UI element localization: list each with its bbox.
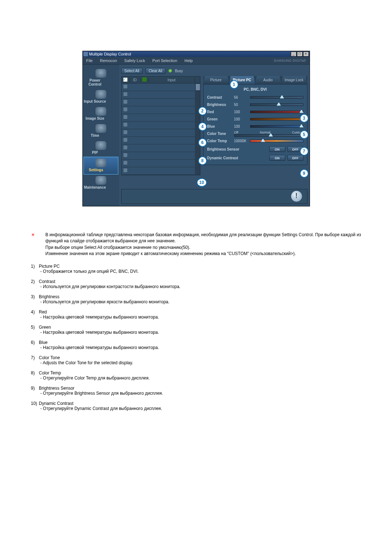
colortone-label: Color Tone: [207, 132, 232, 136]
green-row: Green 100: [207, 115, 303, 123]
menu-help[interactable]: Help: [181, 58, 196, 63]
grid-row[interactable]: [122, 167, 200, 175]
callout-8: 8: [198, 156, 207, 165]
sidebar-input-source[interactable]: Input Source: [83, 89, 119, 106]
grid-row[interactable]: [122, 91, 200, 99]
grid-row[interactable]: [122, 137, 200, 144]
brightness-slider[interactable]: [250, 103, 303, 106]
sidebar-image-size[interactable]: Image Size: [83, 106, 119, 123]
star-icon: ✶: [31, 232, 35, 264]
row-checkbox[interactable]: [123, 153, 128, 157]
colortemp-value: 10000K: [234, 139, 248, 143]
contrast-slider[interactable]: [250, 96, 303, 99]
row-checkbox[interactable]: [123, 84, 128, 89]
clear-all-button[interactable]: Clear All: [146, 68, 166, 74]
sidebar-time[interactable]: Time: [83, 123, 119, 140]
green-slider[interactable]: [250, 118, 303, 120]
status-bar: [121, 189, 307, 204]
explain-item: 10)Dynamic Contrast- Отрегулируйте Dynam…: [31, 401, 361, 411]
menubar: File Remocon Safety Lock Port Selection …: [83, 57, 310, 65]
item-title: Blue: [39, 340, 48, 345]
item-desc: - Настройка цветовой температуры выбранн…: [40, 330, 361, 335]
col-id: ID: [130, 78, 140, 82]
item-desc: - Отрегулируйте Color Temp для выбранног…: [40, 376, 361, 381]
row-checkbox[interactable]: [123, 130, 128, 135]
minimize-button[interactable]: _: [291, 52, 297, 57]
grid-row[interactable]: [122, 129, 200, 137]
app-window: Multiple Display Control _ □ × File Remo…: [82, 51, 310, 206]
callout-7: 7: [300, 147, 309, 156]
menu-safety-lock[interactable]: Safety Lock: [121, 58, 148, 63]
info-icon[interactable]: [291, 191, 302, 202]
menu-port-selection[interactable]: Port Selection: [149, 58, 181, 63]
item-title: Color Temp: [39, 370, 61, 376]
menu-file[interactable]: File: [83, 58, 97, 63]
row-checkbox[interactable]: [123, 145, 128, 150]
menu-remocon[interactable]: Remocon: [96, 58, 121, 63]
row-checkbox[interactable]: [123, 160, 128, 165]
colortemp-row: Color Temp 10000K: [207, 137, 303, 144]
item-number: 9): [31, 386, 39, 391]
select-all-button[interactable]: Select All: [121, 68, 143, 74]
item-desc: - Используется для регулировки контрасто…: [40, 284, 361, 289]
explain-item: 1)Picture PC- Отображается только для оп…: [31, 264, 361, 274]
callout-1: 1: [230, 80, 238, 89]
busy-label: Busy: [175, 69, 183, 73]
item-number: 10): [31, 401, 39, 406]
check-all[interactable]: [123, 77, 128, 82]
tab-audio[interactable]: Audio: [255, 76, 281, 84]
scroll-thumb[interactable]: [195, 83, 200, 91]
grid-row[interactable]: [122, 106, 200, 114]
item-number: 2): [31, 279, 39, 284]
grid-row[interactable]: [122, 152, 200, 160]
row-checkbox[interactable]: [123, 122, 128, 127]
grid-row[interactable]: [122, 122, 200, 129]
contrast-row: Contrast 56: [207, 94, 303, 101]
explain-item: 9)Brightness Sensor- Отрегулируйте Brigh…: [31, 386, 361, 396]
sidebar-pip[interactable]: PIP: [83, 140, 119, 157]
item-number: 1): [31, 264, 39, 269]
row-checkbox[interactable]: [123, 138, 128, 142]
sidebar: Power Control Input Source Image Size Ti…: [83, 65, 119, 206]
row-checkbox[interactable]: [123, 107, 128, 112]
row-checkbox[interactable]: [123, 99, 128, 104]
window-title: Multiple Display Control: [89, 52, 131, 56]
red-slider[interactable]: [250, 111, 303, 113]
item-title: Brightness: [39, 294, 60, 299]
explain-item: 7)Color Tone- Adjusts the Color Tone for…: [31, 355, 361, 365]
row-checkbox[interactable]: [123, 92, 128, 97]
tab-image-lock[interactable]: Image Lock: [281, 76, 307, 84]
red-row: Red 100: [207, 108, 303, 115]
blue-row: Blue 100: [207, 123, 303, 130]
explain-item: 8)Color Temp- Отрегулируйте Color Temp д…: [31, 370, 361, 381]
bsensor-on[interactable]: ON: [269, 146, 285, 152]
grid-row[interactable]: [122, 114, 200, 122]
row-checkbox[interactable]: [123, 115, 128, 119]
grid-row[interactable]: [122, 83, 200, 91]
callout-9: 9: [300, 169, 309, 178]
time-icon: [95, 124, 106, 133]
tab-picture[interactable]: Picture: [203, 76, 229, 84]
brightness-row: Brightness 50: [207, 101, 303, 108]
grid-row[interactable]: [122, 144, 200, 152]
power-col-icon: [142, 77, 147, 82]
pip-icon: [95, 141, 106, 150]
grid-body: [122, 83, 200, 175]
sidebar-power-control[interactable]: Power Control: [83, 67, 119, 89]
sidebar-maintenance[interactable]: Maintenance: [83, 175, 119, 192]
close-button[interactable]: ×: [303, 52, 309, 57]
main-area: Select All Clear All Busy ID Input: [119, 65, 310, 206]
item-desc: - Настройка цветовой температуры выбранн…: [40, 345, 361, 350]
maximize-button[interactable]: □: [297, 52, 303, 57]
colortemp-slider[interactable]: [250, 140, 303, 142]
dcontrast-on[interactable]: ON: [269, 155, 285, 161]
grid-row[interactable]: [122, 160, 200, 167]
row-checkbox[interactable]: [123, 168, 128, 173]
item-number: 6): [31, 340, 39, 345]
colortone-slider[interactable]: [234, 134, 303, 137]
blue-slider[interactable]: [250, 125, 303, 128]
grid-row[interactable]: [122, 99, 200, 106]
red-value: 100: [234, 110, 248, 114]
dcontrast-off[interactable]: OFF: [287, 155, 303, 161]
sidebar-settings[interactable]: Settings: [83, 157, 118, 175]
